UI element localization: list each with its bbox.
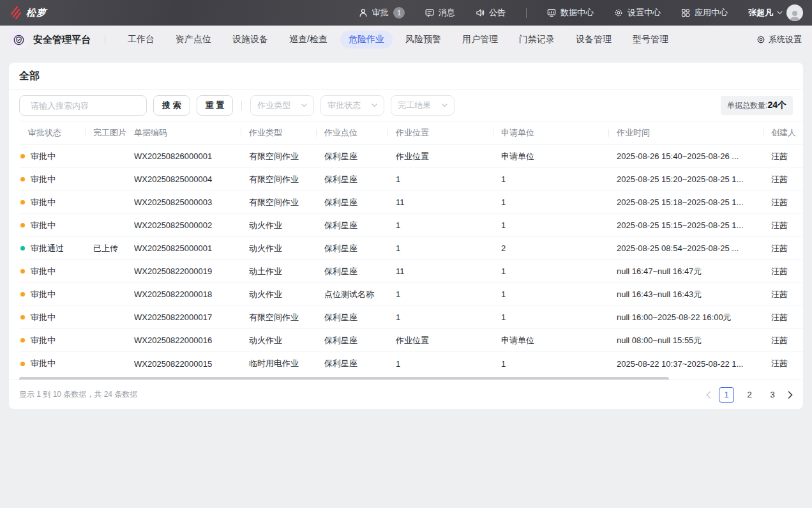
system-settings-button[interactable]: 系统设置 [756, 34, 802, 45]
column-header-作业类型: 作业类型 [249, 127, 324, 139]
person-icon [788, 10, 801, 21]
cell-location: 1 [396, 359, 501, 369]
nav-tab-用户管理[interactable]: 用户管理 [454, 31, 506, 49]
cell-status: 审批中 [19, 220, 93, 231]
cell-time: null 16:00~2025-08-22 16:00元 [617, 312, 771, 323]
cell-creator: 汪茜 [771, 151, 803, 162]
table-row[interactable]: 审批中WX20250822000016动火作业保利星座作业位置申请单位null … [19, 329, 803, 352]
topbar-item-设置中心[interactable]: 设置中心 [614, 7, 661, 19]
chevron-down-icon [372, 104, 377, 107]
cell-time: 2025-08-25 08:54~2025-08-25 ... [617, 243, 771, 253]
cell-time: 2025-08-26 15:40~2025-08-26 ... [617, 151, 771, 161]
topbar-item-label: 应用中心 [695, 7, 728, 19]
cell-code: WX20250825000002 [134, 220, 249, 230]
page-button-3[interactable]: 3 [765, 387, 780, 403]
search-input[interactable] [31, 101, 143, 111]
cell-creator: 汪茜 [771, 289, 803, 300]
nav-tab-危险作业[interactable]: 危险作业 [340, 31, 393, 49]
nav-divider [105, 35, 105, 44]
filter-select-作业类型[interactable]: 作业类型 [250, 95, 314, 116]
prev-page-button[interactable] [706, 391, 711, 399]
nav-tab-设备管理[interactable]: 设备管理 [568, 31, 620, 49]
nav-tab-资产点位[interactable]: 资产点位 [167, 31, 220, 49]
cell-time: 2025-08-25 15:18~2025-08-25 1... [617, 197, 771, 207]
top-bar: 松萝 审批1消息公告数据中心设置中心应用中心 张超凡 [0, 0, 812, 26]
next-page-button[interactable] [788, 391, 793, 399]
brand: 松萝 [9, 6, 47, 20]
status-dot [20, 223, 25, 227]
cell-unit: 1 [501, 266, 617, 276]
cell-unit: 1 [501, 312, 617, 322]
cell-type: 动土作业 [249, 266, 324, 277]
nav-tabs: 工作台资产点位设施设备巡查/检查危险作业风险预警用户管理门禁记录设备管理型号管理 [119, 31, 677, 49]
topbar-item-审批[interactable]: 审批1 [359, 7, 405, 19]
topbar-item-公告[interactable]: 公告 [476, 7, 506, 19]
cell-status: 审批通过 [19, 243, 93, 254]
table-row[interactable]: 审批中WX20250825000004有限空间作业保利星座112025-08-2… [19, 168, 803, 191]
cell-location: 作业位置 [396, 335, 501, 346]
search-box [19, 95, 147, 116]
user-menu[interactable]: 张超凡 [748, 4, 803, 21]
topbar-item-消息[interactable]: 消息 [425, 7, 455, 19]
column-header-审批状态: 审批状态 [19, 127, 93, 139]
column-header-作业时间: 作业时间 [617, 127, 771, 139]
platform-name: 安全管理平台 [33, 34, 91, 46]
platform-nav: 安全管理平台 工作台资产点位设施设备巡查/检查危险作业风险预警用户管理门禁记录设… [0, 26, 812, 54]
cell-status: 审批中 [19, 358, 93, 369]
column-header-作业位置: 作业位置 [396, 127, 501, 139]
table-row[interactable]: 审批中WX20250826000001有限空间作业保利星座作业位置申请单位202… [19, 145, 803, 168]
table-row[interactable]: 审批通过已上传WX20250825000001动火作业保利星座122025-08… [19, 237, 803, 260]
cell-status: 审批中 [19, 266, 93, 277]
cell-point: 保利星座 [324, 243, 396, 254]
chevron-down-icon [442, 104, 447, 107]
cell-unit: 1 [501, 174, 617, 184]
cell-creator: 汪茜 [771, 174, 803, 185]
reset-button[interactable]: 重 置 [197, 95, 234, 116]
table-row[interactable]: 审批中WX20250822000018动火作业点位测试名称11null 16:4… [19, 283, 803, 306]
nav-tab-设施设备[interactable]: 设施设备 [224, 31, 276, 49]
topbar-item-label: 审批 [372, 7, 389, 19]
nav-tab-风险预警[interactable]: 风险预警 [397, 31, 449, 49]
filter-select-完工结果[interactable]: 完工结果 [391, 95, 455, 116]
topbar-menu: 审批1消息公告数据中心设置中心应用中心 张超凡 [359, 4, 803, 21]
nav-tab-门禁记录[interactable]: 门禁记录 [511, 31, 563, 49]
search-button[interactable]: 搜 索 [153, 95, 190, 116]
status-label: 审批中 [31, 151, 56, 162]
message-icon [425, 8, 434, 17]
cell-status: 审批中 [19, 151, 93, 162]
nav-tab-巡查/检查[interactable]: 巡查/检查 [281, 31, 336, 49]
table-row[interactable]: 审批中WX20250825000003有限空间作业保利星座1112025-08-… [19, 191, 803, 214]
cell-code: WX20250822000016 [134, 335, 249, 345]
status-label: 审批中 [31, 220, 56, 231]
status-dot [20, 177, 25, 181]
cell-point: 保利星座 [324, 335, 396, 346]
cell-location: 1 [396, 289, 501, 299]
page-button-1[interactable]: 1 [719, 387, 734, 403]
status-label: 审批中 [31, 197, 56, 208]
filter-select-审批状态[interactable]: 审批状态 [320, 95, 384, 116]
cell-code: WX20250822000015 [134, 359, 249, 369]
cell-time: 2025-08-25 15:15~2025-08-25 1... [617, 220, 771, 230]
column-header-申请单位: 申请单位 [501, 127, 617, 139]
cell-status: 审批中 [19, 289, 93, 300]
nav-tab-型号管理[interactable]: 型号管理 [624, 31, 677, 49]
avatar[interactable] [786, 4, 803, 21]
cell-unit: 1 [501, 359, 617, 369]
topbar-item-应用中心[interactable]: 应用中心 [681, 7, 728, 19]
cell-code: WX20250822000019 [134, 266, 249, 276]
brand-logo-icon [9, 6, 22, 20]
cell-location: 作业位置 [396, 151, 501, 162]
cell-creator: 汪茜 [771, 358, 803, 369]
column-header-创建人: 创建人 [771, 127, 803, 139]
page-button-2[interactable]: 2 [742, 387, 757, 403]
table-row[interactable]: 审批中WX20250822000019动土作业保利星座111null 16:47… [19, 260, 803, 283]
cell-type: 有限空间作业 [249, 174, 324, 185]
cell-unit: 申请单位 [501, 335, 617, 346]
table-row[interactable]: 审批中WX20250825000002动火作业保利星座112025-08-25 … [19, 214, 803, 237]
nav-tab-工作台[interactable]: 工作台 [119, 31, 163, 49]
table-row[interactable]: 审批中WX20250822000015临时用电作业保利星座112025-08-2… [19, 352, 803, 375]
table-row[interactable]: 审批中WX20250822000017有限空间作业保利星座11null 16:0… [19, 306, 803, 329]
table-header: 审批状态完工图片单据编码作业类型作业点位作业位置申请单位作业时间创建人 [19, 121, 803, 145]
topbar-item-数据中心[interactable]: 数据中心 [547, 7, 594, 19]
column-header-单据编码: 单据编码 [134, 127, 249, 139]
